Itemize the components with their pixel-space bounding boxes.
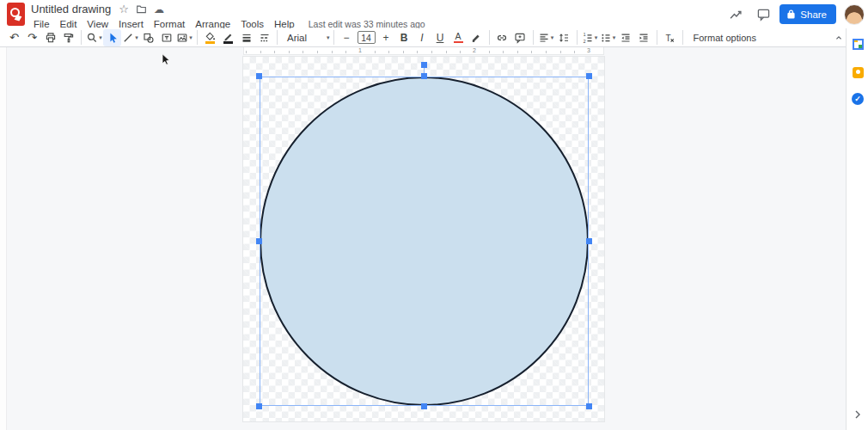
chevron-up-icon: [834, 33, 844, 43]
google-keep-icon[interactable]: [847, 61, 868, 83]
caret-down-icon: ▾: [613, 34, 616, 41]
border-dash-button[interactable]: [255, 29, 273, 46]
last-edit-link[interactable]: Last edit was 33 minutes ago: [309, 19, 425, 29]
account-avatar[interactable]: [844, 4, 865, 25]
insert-image-tool[interactable]: ▾: [175, 29, 193, 46]
border-color-swatch: [223, 41, 233, 44]
menu-file[interactable]: File: [31, 19, 55, 29]
tasks-check-icon: ✓: [852, 93, 864, 105]
border-color-button[interactable]: [219, 29, 237, 46]
rotation-handle[interactable]: [421, 62, 427, 68]
menu-help[interactable]: Help: [269, 19, 300, 29]
caret-down-icon: ▾: [135, 34, 138, 41]
paint-format-button[interactable]: [59, 29, 77, 46]
decrease-font-size-button[interactable]: −: [338, 29, 356, 46]
redo-button[interactable]: ↷: [23, 29, 41, 46]
select-tool[interactable]: [103, 29, 121, 46]
caret-down-icon: ▾: [327, 34, 330, 41]
drawing-canvas[interactable]: [243, 57, 604, 421]
caret-down-icon: ▾: [99, 34, 102, 41]
menu-view[interactable]: View: [82, 19, 113, 29]
caret-down-icon: ▾: [551, 34, 554, 41]
font-size-input[interactable]: 14: [358, 31, 376, 44]
fill-color-swatch: [205, 41, 215, 44]
line-tool[interactable]: ▾: [121, 29, 139, 46]
caret-down-icon: ▾: [595, 34, 598, 41]
selected-shape-group: [260, 77, 589, 406]
increase-font-size-button[interactable]: +: [377, 29, 395, 46]
activity-trend-icon[interactable]: [724, 3, 747, 26]
clear-formatting-button[interactable]: T: [661, 29, 679, 46]
undo-button[interactable]: ↶: [5, 29, 23, 46]
selection-bounding-box: [260, 77, 589, 406]
border-weight-button[interactable]: [237, 29, 255, 46]
svg-text:1: 1: [584, 32, 586, 37]
menu-tools[interactable]: Tools: [235, 19, 269, 29]
shape-tool[interactable]: [139, 29, 157, 46]
print-button[interactable]: [41, 29, 59, 46]
decrease-indent-button[interactable]: [617, 29, 635, 46]
google-tasks-icon[interactable]: ✓: [847, 88, 868, 110]
zoom-tool[interactable]: ▾: [85, 29, 103, 46]
select-arrow-icon: [107, 32, 119, 44]
title-block: Untitled drawing ☆ ☁ File Edit View Inse…: [31, 2, 425, 30]
resize-handle-top-left[interactable]: [256, 73, 262, 79]
italic-button[interactable]: I: [413, 29, 431, 46]
google-calendar-icon[interactable]: [847, 33, 868, 55]
align-button[interactable]: ▾: [537, 29, 555, 46]
star-icon[interactable]: ☆: [119, 3, 129, 15]
format-options-button[interactable]: Format options: [687, 29, 763, 46]
share-button[interactable]: Share: [779, 4, 836, 24]
underline-button[interactable]: U: [431, 29, 449, 46]
font-family-value: Arial: [281, 33, 326, 43]
insert-link-button[interactable]: [493, 29, 511, 46]
drawings-logo-icon[interactable]: [7, 3, 25, 26]
text-color-swatch: [454, 41, 463, 44]
side-panel: ✓: [846, 28, 868, 430]
horizontal-ruler: 1 2 3: [243, 47, 604, 55]
svg-text:T: T: [666, 33, 671, 42]
resize-handle-top-right[interactable]: [586, 73, 592, 79]
hide-side-panel-button[interactable]: [847, 409, 868, 420]
menu-format[interactable]: Format: [149, 19, 190, 29]
numbered-list-button[interactable]: 12 ▾: [581, 29, 599, 46]
caret-down-icon: ▾: [189, 34, 193, 41]
resize-handle-bottom-center[interactable]: [421, 403, 427, 409]
menu-edit[interactable]: Edit: [55, 19, 83, 29]
ruler-label-1: 1: [358, 47, 363, 54]
vertical-ruler: [0, 47, 7, 430]
menu-insert[interactable]: Insert: [113, 19, 149, 29]
comments-icon[interactable]: [752, 3, 774, 26]
share-label: Share: [800, 9, 827, 20]
fill-color-button[interactable]: [201, 29, 219, 46]
text-box-tool[interactable]: [157, 29, 175, 46]
highlight-color-button[interactable]: [468, 29, 486, 46]
resize-handle-middle-right[interactable]: [586, 238, 592, 244]
workspace: 1 2 3: [0, 47, 847, 430]
document-title[interactable]: Untitled drawing: [31, 3, 111, 15]
menu-arrange[interactable]: Arrange: [190, 19, 235, 29]
mouse-cursor: [162, 53, 171, 66]
text-color-letter: A: [455, 32, 462, 40]
toolbar: ↶ ↷ ▾ ▾ ▾: [0, 28, 868, 47]
bold-button[interactable]: B: [395, 29, 413, 46]
font-family-select[interactable]: Arial ▾: [281, 29, 330, 46]
resize-handle-bottom-right[interactable]: [586, 403, 592, 409]
resize-handle-top-center[interactable]: [421, 73, 427, 79]
bulleted-list-button[interactable]: ▾: [599, 29, 617, 46]
text-color-button[interactable]: A: [449, 29, 468, 46]
lock-icon: [787, 9, 795, 19]
chevron-right-icon: [853, 409, 862, 420]
resize-handle-bottom-left[interactable]: [256, 403, 262, 409]
increase-indent-button[interactable]: [635, 29, 653, 46]
document-status-cloud-icon[interactable]: ☁: [154, 4, 164, 15]
resize-handle-middle-left[interactable]: [256, 238, 262, 244]
move-folder-icon[interactable]: [136, 3, 147, 15]
header: Untitled drawing ☆ ☁ File Edit View Inse…: [0, 0, 868, 28]
hide-menus-button[interactable]: [829, 29, 847, 46]
ruler-ticks: [246, 51, 603, 53]
ruler-label-3: 3: [586, 47, 591, 54]
google-drawings-app: Untitled drawing ☆ ☁ File Edit View Inse…: [0, 0, 868, 430]
line-spacing-button[interactable]: [555, 29, 573, 46]
insert-comment-button[interactable]: [511, 29, 529, 46]
